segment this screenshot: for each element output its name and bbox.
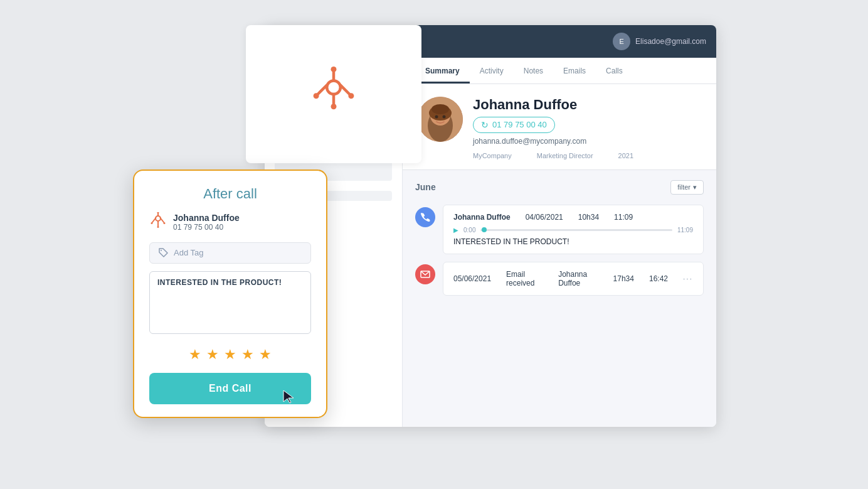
widget-title: After call <box>149 186 311 202</box>
contact-meta: MyCompany Marketing Director 2021 <box>473 152 633 159</box>
timeline-area: June filter ▾ <box>403 170 716 427</box>
phone-icon <box>420 212 430 222</box>
after-call-widget: After call Johanna Duffoe 01 79 75 00 40 <box>133 169 327 418</box>
timeline-entry-call: Johanna Duffoe 04/06/2021 10h34 11:09 ▶ … <box>415 205 704 254</box>
hubspot-bg-logo <box>305 66 362 122</box>
call-dot <box>415 207 435 227</box>
star-4[interactable]: ★ <box>241 347 254 363</box>
email-dot <box>415 264 435 284</box>
call-note: INTERESTED IN THE PRODUCT! <box>453 237 693 246</box>
contact-avatar-img <box>418 97 463 142</box>
svg-point-6 <box>348 93 354 99</box>
widget-contact: Johanna Duffoe 01 79 75 00 40 <box>149 212 311 232</box>
widget-contact-info: Johanna Duffoe 01 79 75 00 40 <box>173 213 240 232</box>
svg-point-2 <box>331 66 337 72</box>
timeline-icon-call <box>415 205 435 227</box>
tag-icon <box>159 248 169 258</box>
widget-stars: ★ ★ ★ ★ ★ <box>149 347 311 363</box>
background-logo-card <box>246 25 421 163</box>
star-3[interactable]: ★ <box>224 347 236 363</box>
email-more-options[interactable]: ··· <box>683 274 693 283</box>
email-time-start: 17h34 <box>613 274 634 283</box>
user-email: Elisadoe@gmail.com <box>635 37 706 46</box>
contact-phone: 01 79 75 00 40 <box>492 120 547 129</box>
audio-track[interactable] <box>480 229 672 231</box>
contact-header: Johanna Duffoe ↻ 01 79 75 00 40 johanna.… <box>418 97 701 159</box>
svg-point-37 <box>157 212 159 213</box>
email-icon <box>420 271 430 278</box>
crm-right-panel: Summary Activity Notes Emails Calls <box>403 58 716 427</box>
svg-point-41 <box>164 222 166 224</box>
email-time-end: 16:42 <box>649 274 668 283</box>
svg-point-4 <box>314 93 319 99</box>
audio-player: ▶ 0:00 11:09 <box>453 227 693 234</box>
call-date: 04/06/2021 <box>526 213 563 222</box>
contact-year: 2021 <box>618 152 633 159</box>
timeline-card-call: Johanna Duffoe 04/06/2021 10h34 11:09 ▶ … <box>443 205 704 254</box>
contact-name: Johanna Duffoe <box>473 97 633 113</box>
svg-point-35 <box>156 216 161 221</box>
tab-summary[interactable]: Summary <box>415 58 470 83</box>
mouse-cursor-icon <box>282 389 295 404</box>
refresh-icon: ↻ <box>481 120 489 130</box>
svg-point-32 <box>435 115 438 118</box>
call-time-end: 11:09 <box>614 213 633 222</box>
svg-point-31 <box>431 104 449 114</box>
svg-line-5 <box>341 85 349 94</box>
svg-point-39 <box>151 222 153 224</box>
star-2[interactable]: ★ <box>206 347 219 363</box>
widget-add-tag-btn[interactable]: Add Tag <box>149 242 311 264</box>
contact-company: MyCompany <box>473 152 512 159</box>
play-icon[interactable]: ▶ <box>453 227 458 234</box>
contact-details: Johanna Duffoe ↻ 01 79 75 00 40 johanna.… <box>473 97 633 159</box>
filter-button[interactable]: filter ▾ <box>670 180 704 195</box>
call-contact-name: Johanna Duffoe <box>453 213 511 222</box>
star-5[interactable]: ★ <box>259 347 272 363</box>
chevron-down-icon: ▾ <box>693 183 697 191</box>
filter-label: filter <box>677 183 691 191</box>
timeline-entry-email: 05/06/2021 Email received Johanna Duffoe… <box>415 262 704 296</box>
timeline-month: June <box>415 182 436 192</box>
svg-point-0 <box>327 80 341 94</box>
add-tag-label: Add Tag <box>174 248 203 257</box>
widget-notes-textarea[interactable] <box>149 271 311 334</box>
cursor-indicator <box>282 389 295 407</box>
user-avatar: E <box>613 33 630 50</box>
email-date: 05/06/2021 <box>453 274 491 283</box>
email-contact-name: Johanna Duffoe <box>558 270 598 287</box>
tab-activity[interactable]: Activity <box>470 58 514 83</box>
tab-calls[interactable]: Calls <box>596 58 633 83</box>
widget-contact-logo <box>149 212 167 232</box>
svg-point-33 <box>443 115 446 118</box>
svg-point-44 <box>161 250 162 251</box>
audio-current-time: 0:00 <box>463 227 475 234</box>
tab-emails[interactable]: Emails <box>553 58 596 83</box>
timeline-icon-email <box>415 262 435 284</box>
tab-notes[interactable]: Notes <box>514 58 553 83</box>
svg-line-3 <box>318 85 327 94</box>
call-time-start: 10h34 <box>578 213 599 222</box>
star-1[interactable]: ★ <box>189 347 201 363</box>
topbar-user: E Elisadoe@gmail.com <box>613 33 706 50</box>
timeline-header: June filter ▾ <box>415 180 704 195</box>
audio-duration: 11:09 <box>677 227 693 234</box>
audio-progress-dot <box>482 227 487 232</box>
email-row: 05/06/2021 Email received Johanna Duffoe… <box>453 270 693 287</box>
svg-point-8 <box>331 104 337 109</box>
widget-contact-name: Johanna Duffoe <box>173 213 240 223</box>
phone-badge[interactable]: ↻ 01 79 75 00 40 <box>473 117 555 133</box>
contact-info-area: Johanna Duffoe ↻ 01 79 75 00 40 johanna.… <box>403 84 716 170</box>
svg-marker-45 <box>283 390 294 403</box>
crm-tabs: Summary Activity Notes Emails Calls <box>403 58 716 84</box>
timeline-card-email: 05/06/2021 Email received Johanna Duffoe… <box>443 262 704 296</box>
widget-contact-phone: 01 79 75 00 40 <box>173 223 240 232</box>
timeline-card-call-header: Johanna Duffoe 04/06/2021 10h34 11:09 <box>453 213 693 222</box>
widget-hubspot-icon <box>149 212 167 230</box>
email-type-label: Email received <box>506 270 543 287</box>
svg-point-43 <box>157 226 159 228</box>
contact-avatar <box>418 97 463 142</box>
contact-email: johanna.duffoe@mycompany.com <box>473 137 633 146</box>
timeline-entries: Johanna Duffoe 04/06/2021 10h34 11:09 ▶ … <box>415 205 704 296</box>
contact-role: Marketing Director <box>537 152 593 159</box>
